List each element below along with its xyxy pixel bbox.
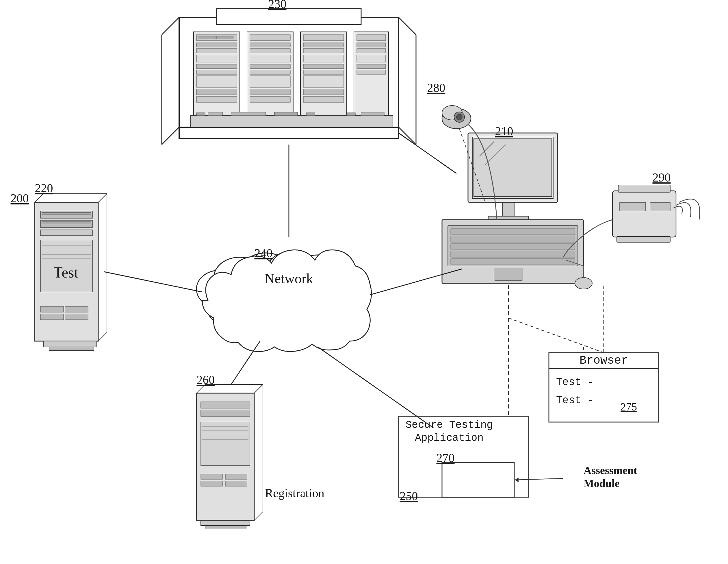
svg-rect-141: [650, 202, 670, 211]
svg-point-135: [456, 114, 462, 120]
registration-label: Registration: [265, 487, 324, 500]
svg-line-100: [254, 385, 263, 393]
svg-rect-56: [361, 112, 384, 116]
svg-rect-37: [303, 64, 344, 68]
svg-rect-115: [205, 526, 247, 529]
secure-testing-label-line2: Application: [415, 432, 484, 444]
ref-250: 250: [400, 489, 418, 503]
svg-rect-34: [303, 43, 344, 47]
svg-line-95: [104, 272, 202, 292]
svg-rect-36: [303, 55, 344, 62]
svg-rect-14: [196, 55, 237, 62]
svg-rect-48: [357, 70, 386, 74]
svg-rect-112: [201, 481, 222, 486]
svg-rect-118: [474, 139, 552, 196]
svg-rect-138: [618, 185, 670, 192]
svg-rect-139: [617, 236, 670, 242]
svg-rect-24: [250, 43, 290, 47]
svg-rect-30: [250, 89, 290, 95]
ref-260: 260: [197, 373, 215, 387]
svg-rect-55: [347, 113, 355, 116]
assessment-module-label-line2: Module: [584, 477, 620, 489]
svg-rect-12: [196, 43, 237, 47]
svg-line-76: [98, 194, 107, 202]
svg-rect-23: [250, 35, 290, 40]
ref-240: 240: [255, 246, 273, 260]
svg-rect-127: [451, 236, 575, 242]
svg-line-2: [162, 17, 179, 35]
svg-rect-130: [451, 258, 575, 265]
ref-275: 275: [621, 401, 637, 413]
svg-line-154: [508, 318, 604, 353]
svg-rect-43: [357, 35, 386, 40]
svg-rect-18: [196, 89, 237, 95]
test-server-label: Test: [53, 264, 78, 281]
svg-rect-45: [357, 49, 386, 53]
svg-rect-111: [225, 474, 247, 479]
svg-rect-13: [196, 49, 237, 53]
svg-rect-17: [196, 76, 237, 87]
svg-line-6: [399, 17, 416, 35]
svg-rect-40: [303, 89, 344, 95]
browser-line2: Test -: [556, 395, 594, 407]
svg-rect-103: [201, 402, 250, 408]
svg-rect-20: [198, 36, 215, 39]
network-label: Network: [265, 271, 313, 286]
svg-rect-93: [43, 341, 97, 347]
svg-rect-29: [250, 76, 290, 87]
svg-rect-28: [250, 70, 290, 74]
svg-rect-31: [250, 96, 290, 102]
ref-280: 280: [427, 81, 445, 94]
svg-rect-16: [196, 70, 237, 74]
svg-rect-128: [451, 243, 575, 250]
svg-rect-110: [201, 474, 222, 479]
svg-rect-52: [231, 112, 266, 116]
assessment-module-label-line1: Assessment: [584, 464, 637, 476]
svg-rect-47: [357, 64, 386, 68]
svg-rect-92: [65, 314, 88, 320]
svg-rect-137: [612, 191, 676, 237]
registration-server: [196, 385, 263, 529]
svg-line-73: [35, 194, 43, 202]
ref-290: 290: [653, 171, 671, 184]
svg-rect-53: [274, 112, 298, 116]
svg-rect-9: [217, 9, 361, 25]
svg-rect-49: [191, 116, 393, 127]
svg-rect-121: [503, 202, 514, 217]
computer-workstation: [442, 133, 584, 283]
svg-rect-25: [250, 49, 290, 53]
svg-rect-26: [250, 55, 290, 62]
svg-rect-131: [494, 269, 523, 280]
svg-line-3: [162, 127, 179, 144]
svg-rect-44: [357, 43, 386, 47]
svg-rect-113: [225, 481, 247, 486]
svg-rect-89: [40, 307, 64, 312]
secure-testing-label-line1: Secure Testing: [406, 419, 493, 431]
ref-220: 220: [35, 181, 53, 195]
svg-rect-50: [196, 113, 205, 116]
svg-point-142: [575, 277, 592, 289]
svg-rect-41: [303, 96, 344, 102]
svg-rect-15: [196, 64, 237, 68]
svg-rect-54: [306, 113, 315, 116]
svg-rect-140: [620, 202, 646, 211]
svg-rect-91: [40, 314, 64, 320]
svg-rect-105: [201, 422, 250, 465]
svg-rect-81: [40, 230, 92, 235]
svg-rect-94: [49, 347, 94, 350]
ref-230: 230: [268, 0, 287, 11]
ref-210: 210: [495, 125, 513, 138]
svg-line-150: [318, 347, 433, 428]
ref-200: 200: [11, 192, 29, 205]
ref-270: 270: [437, 451, 455, 465]
svg-rect-39: [303, 76, 344, 87]
svg-rect-33: [303, 35, 344, 40]
svg-rect-46: [357, 55, 386, 62]
svg-rect-38: [303, 70, 344, 74]
svg-rect-149: [442, 463, 514, 497]
svg-rect-82: [42, 212, 91, 215]
svg-rect-104: [201, 410, 250, 416]
diagram-container: 230 200 220 240 260 280 210 290 250 270 …: [0, 0, 728, 564]
svg-line-77: [98, 333, 107, 341]
svg-rect-21: [217, 36, 234, 39]
